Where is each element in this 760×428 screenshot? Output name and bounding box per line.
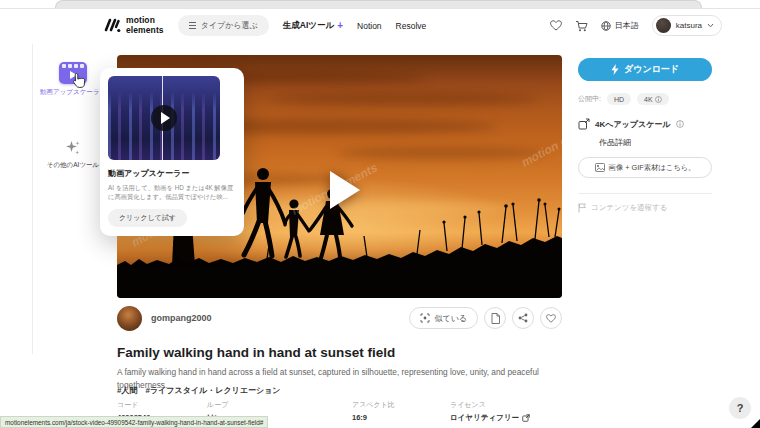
hamburger-icon	[189, 22, 196, 29]
chevron-down-icon	[707, 23, 714, 28]
image-gif-label: 画像 + GIF素材はこちら。	[609, 163, 696, 173]
nav-genai-tools[interactable]: 生成AIツール +	[283, 20, 343, 32]
find-similar-icon	[420, 313, 430, 323]
document-button[interactable]	[484, 307, 506, 329]
report-content-link[interactable]: コンテンツを通報する	[578, 203, 712, 213]
help-button[interactable]: ?	[729, 397, 751, 419]
meta-license: ライセンス ロイヤリティフリー	[450, 400, 530, 423]
nav-notion-label: Notion	[357, 21, 382, 31]
flag-icon	[578, 203, 587, 213]
favorites-heart-icon[interactable]	[550, 20, 562, 31]
sparkles-icon	[64, 139, 82, 157]
user-name: katsura	[676, 21, 702, 30]
work-details-link[interactable]: 作品詳細	[599, 137, 712, 148]
available-label: 公開中:	[578, 94, 601, 104]
document-icon	[491, 313, 500, 324]
author-avatar[interactable]	[117, 306, 142, 331]
browser-status-bar: motionelements.com/ja/stock-video-499095…	[0, 416, 268, 428]
share-button[interactable]	[512, 307, 534, 329]
play-button[interactable]	[330, 171, 360, 209]
info-icon[interactable]	[676, 120, 684, 128]
share-icon	[518, 313, 528, 323]
heart-icon	[546, 314, 556, 323]
nav-resolve[interactable]: Resolve	[396, 21, 427, 31]
app-window: motion elements タイプから選ぶ 生成AIツール + Notion…	[0, 0, 760, 428]
find-similar-button[interactable]: 似ている	[409, 307, 478, 329]
download-button[interactable]: ダウンロード	[578, 58, 712, 81]
cart-icon[interactable]	[575, 20, 588, 32]
sidebar-item-label: 動画アップスケーラー	[40, 88, 106, 96]
hashtag-people[interactable]: #人間	[117, 385, 137, 396]
nav-resolve-label: Resolve	[396, 21, 427, 31]
header: motion elements タイプから選ぶ 生成AIツール + Notion…	[0, 9, 760, 42]
preview-play-icon	[151, 105, 177, 131]
image-icon	[595, 163, 605, 172]
status-url: motionelements.com/ja/stock-video-499095…	[5, 419, 263, 426]
upscale-4k-row[interactable]: 4Kへアップスケール	[578, 118, 712, 130]
plus-icon: +	[337, 20, 343, 31]
lightning-icon	[611, 64, 619, 75]
badge-4k[interactable]: 4K	[637, 93, 669, 105]
nav-notion[interactable]: Notion	[357, 21, 382, 31]
video-title: Family walking hand in hand at sunset fi…	[117, 345, 395, 360]
language-selector[interactable]: 日本語	[601, 20, 639, 31]
upscaler-card-description: AI を活用して、動画を HD または4K 解像度に高画質化します。低品質でぼや…	[108, 183, 236, 202]
motionelements-logo[interactable]: motion elements	[103, 16, 164, 35]
upscale-label: 4Kへアップスケール	[595, 119, 671, 130]
upscaler-promo-card: 動画アップスケーラー AI を活用して、動画を HD または4K 解像度に高画質…	[100, 68, 244, 236]
info-icon	[655, 96, 662, 103]
panel-divider	[578, 193, 712, 194]
author-row: gompang2000 似ている	[117, 305, 562, 331]
badge-hd: HD	[607, 93, 631, 105]
hand-cursor-icon	[71, 72, 87, 89]
user-menu[interactable]: katsura	[652, 15, 722, 36]
download-label: ダウンロード	[624, 63, 679, 76]
logo-line2: elements	[126, 26, 164, 35]
external-link-icon	[522, 414, 530, 422]
like-button[interactable]	[540, 307, 562, 329]
screen-corner	[751, 419, 760, 428]
logo-icon	[103, 17, 122, 35]
help-label: ?	[737, 402, 744, 414]
hashtag-list: #人間 #ライフスタイル・レクリエーション	[117, 385, 281, 396]
find-similar-label: 似ている	[434, 313, 467, 324]
browse-by-type-button[interactable]: タイプから選ぶ	[178, 15, 269, 36]
report-label: コンテンツを通報する	[591, 203, 667, 213]
sidebar-item-label: その他のAIツール	[40, 161, 106, 169]
author-name[interactable]: gompang2000	[151, 313, 212, 323]
language-label: 日本語	[615, 20, 639, 31]
license-value[interactable]: ロイヤリティフリー	[450, 413, 519, 423]
upscaler-card-title: 動画アップスケーラー	[108, 168, 236, 179]
try-it-button[interactable]: クリックして試す	[108, 209, 187, 227]
globe-icon	[601, 21, 611, 31]
details-panel: ダウンロード 公開中: HD 4K 4Kへアップスケール	[578, 58, 712, 213]
hashtag-lifestyle[interactable]: #ライフスタイル・レクリエーション	[145, 385, 280, 396]
meta-aspect-ratio: アスペクト比 16:9	[352, 400, 395, 422]
user-avatar	[656, 18, 671, 33]
upscaler-preview-thumbnail[interactable]	[108, 76, 220, 160]
image-gif-button[interactable]: 画像 + GIF素材はこちら。	[578, 157, 712, 178]
browse-label: タイプから選ぶ	[201, 20, 258, 31]
nav-genai-label: 生成AIツール	[283, 20, 334, 32]
video-upscaler-icon	[59, 62, 87, 84]
upscale-icon	[578, 118, 590, 130]
